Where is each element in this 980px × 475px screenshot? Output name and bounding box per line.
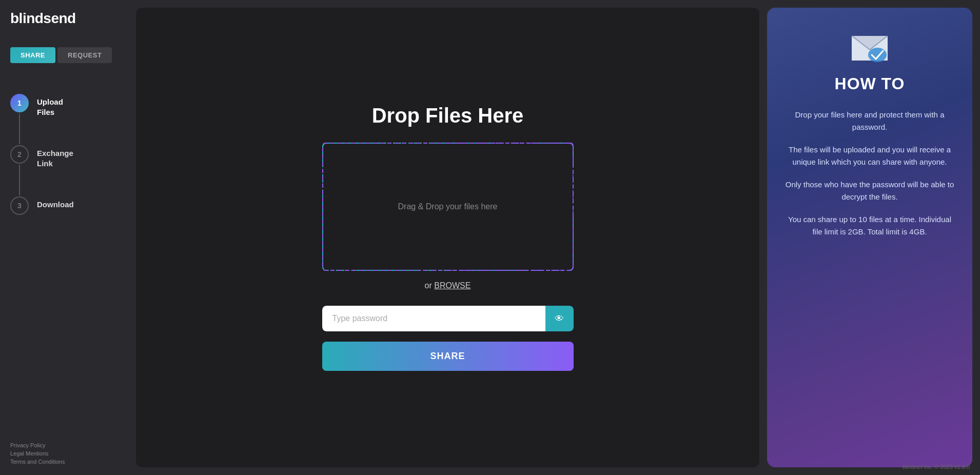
password-toggle-button[interactable]: 👁 [545,306,574,331]
drop-zone[interactable]: Drag & Drop your files here [322,143,574,271]
step-label-1: UploadFiles [37,94,63,117]
step-line-1 [19,113,20,144]
sidebar: blindsend SHARE REQUEST 1 UploadFiles [0,0,136,475]
drop-title: Drop Files Here [372,104,524,127]
howto-title: HOW TO [835,74,905,93]
step-connector-1: 1 [10,94,29,145]
drop-zone-hint: Drag & Drop your files here [398,202,498,211]
legal-mentions-link[interactable]: Legal Mentions [10,450,126,457]
step-label-3: Download [37,196,74,210]
logo: blindsend [10,10,126,27]
step-connector-3: 3 [10,196,29,215]
app-footer: blindnet Inc. © 2023 v1.0.0 [903,464,970,470]
nav-tabs: SHARE REQUEST [10,47,126,63]
howto-para-3: Only those who have the password will be… [782,179,957,203]
howto-para-4: You can share up to 10 files at a time. … [782,213,957,238]
step-connector-2: 2 [10,145,29,196]
step-label-2: ExchangeLink [37,145,73,168]
privacy-policy-link[interactable]: Privacy Policy [10,442,126,448]
browse-link[interactable]: BROWSE [434,281,471,290]
step-circle-3: 3 [10,196,29,215]
logo-text: blindsend [10,10,76,26]
howto-para-1: Drop your files here and protect them wi… [782,109,957,133]
howto-para-2: The files will be uploaded and you will … [782,144,957,168]
envelope-icon [849,28,890,64]
step-circle-2: 2 [10,145,29,164]
svg-point-3 [868,48,887,62]
eye-icon: 👁 [555,313,564,324]
howto-panel: HOW TO Drop your files here and protect … [767,8,972,467]
steps-list: 1 UploadFiles 2 ExchangeLink [10,94,126,442]
step-item-3: 3 Download [10,196,126,215]
password-input[interactable] [322,306,545,331]
tab-share[interactable]: SHARE [10,47,55,63]
tab-request[interactable]: REQUEST [57,47,112,63]
step-label-text-3: Download [37,200,74,210]
main-panel: Drop Files Here Drag & Drop your files h… [136,8,759,467]
sidebar-footer: Privacy Policy Legal Mentions Terms and … [10,442,126,465]
share-button[interactable]: SHARE [322,342,574,371]
step-item-1: 1 UploadFiles [10,94,126,145]
step-line-2 [19,165,20,195]
browse-row: or BROWSE [425,281,471,290]
password-row: 👁 [322,306,574,331]
step-label-text-1: UploadFiles [37,97,63,117]
step-item-2: 2 ExchangeLink [10,145,126,196]
terms-conditions-link[interactable]: Terms and Conditions [10,459,126,465]
step-circle-1: 1 [10,94,29,112]
step-label-text-2: ExchangeLink [37,148,73,168]
